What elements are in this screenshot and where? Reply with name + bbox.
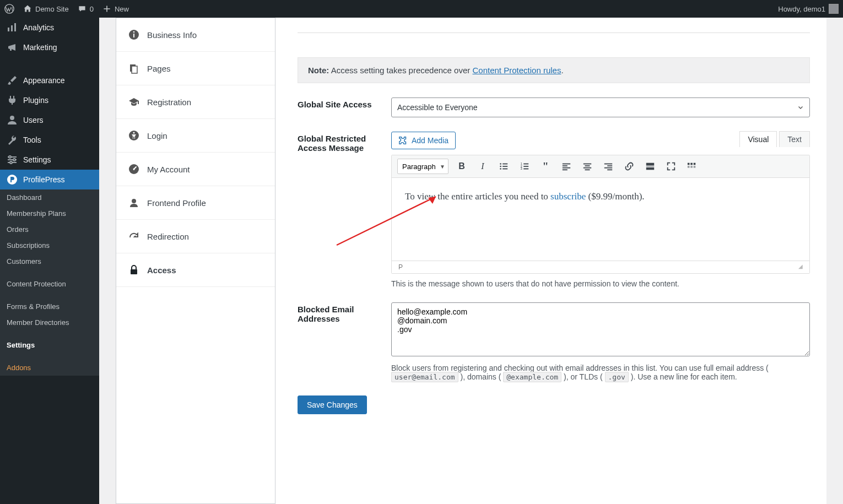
svg-rect-37 [563, 167, 570, 169]
submenu-membership-plans[interactable]: Membership Plans [0, 205, 99, 221]
admin-menu: Analytics Marketing Appearance Plugins U… [0, 18, 99, 504]
site-link[interactable]: Demo Site [23, 4, 69, 13]
svg-point-10 [10, 161, 12, 164]
menu-appearance[interactable]: Appearance [0, 71, 99, 90]
content-protection-link[interactable]: Content Protection rules [472, 66, 561, 75]
editor-tab-text[interactable]: Text [779, 131, 810, 147]
svg-rect-2 [11, 25, 13, 31]
format-select[interactable]: Paragraph [397, 159, 448, 174]
main-panel: Note: Access setting takes precedence ov… [275, 18, 826, 504]
subnav-my-account[interactable]: My Account [116, 153, 275, 186]
subnav-redirection[interactable]: Redirection [116, 220, 275, 253]
subnav-pages[interactable]: Pages [116, 52, 275, 85]
submenu-content-protection[interactable]: Content Protection [0, 276, 99, 292]
align-left-button[interactable] [559, 159, 574, 174]
svg-point-8 [9, 156, 11, 158]
rich-editor: Paragraph ▼ B I 123 " [391, 155, 810, 274]
submenu-profilepress: Dashboard Membership Plans Orders Subscr… [0, 189, 99, 376]
align-right-button[interactable] [601, 159, 616, 174]
submenu-settings[interactable]: Settings [0, 337, 99, 353]
svg-rect-48 [646, 166, 654, 166]
submenu-subscriptions[interactable]: Subscriptions [0, 237, 99, 253]
subnav-label: My Account [147, 165, 190, 174]
submenu-addons[interactable]: Addons [0, 360, 99, 376]
numbered-list-button[interactable]: 123 [517, 159, 532, 174]
editor-content[interactable]: To view the entire articles you need to … [392, 178, 809, 261]
blocked-desc: Block users from registering and checkin… [391, 364, 810, 381]
subnav-label: Frontend Profile [147, 198, 206, 208]
menu-plugins[interactable]: Plugins [0, 90, 99, 110]
new-link[interactable]: New [102, 4, 129, 13]
submenu-forms-profiles[interactable]: Forms & Profiles [0, 299, 99, 315]
dashboard-icon [128, 164, 139, 175]
subscribe-link[interactable]: subscribe [550, 191, 586, 202]
new-label: New [115, 5, 129, 13]
menu-users[interactable]: Users [0, 110, 99, 130]
svg-rect-28 [502, 169, 507, 170]
editor-toolbar: Paragraph ▼ B I 123 " [392, 155, 809, 178]
subnav-access[interactable]: Access [116, 253, 275, 287]
admin-bar: Demo Site 0 New Howdy, demo1 [0, 0, 843, 18]
subnav-label: Pages [147, 64, 171, 73]
profile-icon [128, 197, 139, 208]
svg-point-4 [10, 116, 14, 120]
svg-point-25 [500, 166, 501, 167]
editor-tab-visual[interactable]: Visual [739, 131, 777, 147]
howdy-text: Howdy, demo1 [778, 5, 825, 13]
subnav-label: Redirection [147, 232, 189, 241]
svg-rect-50 [688, 163, 690, 165]
global-access-select[interactable]: Accessible to Everyone [391, 97, 810, 117]
global-access-label: Global Site Access [298, 97, 391, 117]
resize-grip-icon[interactable]: ◢ [798, 263, 803, 271]
settings-subnav: Business Info Pages Registration Login M… [116, 18, 275, 504]
graduation-icon [128, 96, 139, 107]
home-icon [23, 4, 32, 13]
blockquote-button[interactable]: " [538, 159, 553, 174]
bullet-list-button[interactable] [496, 159, 511, 174]
redirect-icon [128, 231, 139, 242]
subnav-frontend-profile[interactable]: Frontend Profile [116, 186, 275, 220]
blocked-emails-textarea[interactable] [391, 302, 810, 356]
media-icon [398, 136, 408, 145]
menu-marketing[interactable]: Marketing [0, 37, 99, 57]
link-button[interactable] [622, 159, 637, 174]
code-example: user@email.com [391, 372, 458, 382]
svg-point-20 [133, 169, 135, 170]
readmore-button[interactable] [642, 159, 658, 174]
universal-icon [128, 130, 139, 141]
howdy-link[interactable]: Howdy, demo1 [778, 4, 839, 14]
menu-tools[interactable]: Tools [0, 130, 99, 150]
menu-profilepress[interactable]: ProfilePress [0, 170, 99, 189]
wp-logo[interactable] [4, 4, 14, 14]
align-center-button[interactable] [580, 159, 595, 174]
restricted-msg-desc: This is the message shown to users that … [391, 279, 810, 288]
svg-rect-55 [694, 166, 696, 168]
brush-icon [7, 75, 18, 86]
italic-button[interactable]: I [475, 159, 490, 174]
svg-rect-41 [583, 167, 591, 169]
msg-text-pre: To view the entire articles you need to [405, 191, 550, 202]
save-button[interactable]: Save Changes [298, 395, 367, 414]
fullscreen-button[interactable] [663, 159, 679, 174]
bold-button[interactable]: B [454, 159, 469, 174]
submenu-customers[interactable]: Customers [0, 253, 99, 269]
subnav-login[interactable]: Login [116, 119, 275, 153]
msg-text-post: ($9.99/month). [586, 191, 644, 202]
svg-rect-35 [563, 164, 570, 165]
subnav-registration[interactable]: Registration [116, 85, 275, 119]
svg-point-21 [132, 199, 136, 203]
add-media-button[interactable]: Add Media [391, 132, 456, 149]
menu-analytics[interactable]: Analytics [0, 18, 99, 37]
submenu-member-directories[interactable]: Member Directories [0, 315, 99, 330]
svg-rect-26 [502, 166, 507, 167]
svg-point-18 [133, 132, 135, 134]
comments-link[interactable]: 0 [78, 4, 94, 13]
submenu-orders[interactable]: Orders [0, 221, 99, 237]
menu-label: ProfilePress [23, 175, 64, 184]
subnav-business-info[interactable]: Business Info [116, 18, 275, 52]
toolbar-toggle-button[interactable] [684, 159, 700, 174]
submenu-dashboard[interactable]: Dashboard [0, 189, 99, 205]
menu-settings[interactable]: Settings [0, 150, 99, 170]
menu-label: Marketing [23, 43, 57, 52]
comments-count: 0 [90, 5, 94, 13]
